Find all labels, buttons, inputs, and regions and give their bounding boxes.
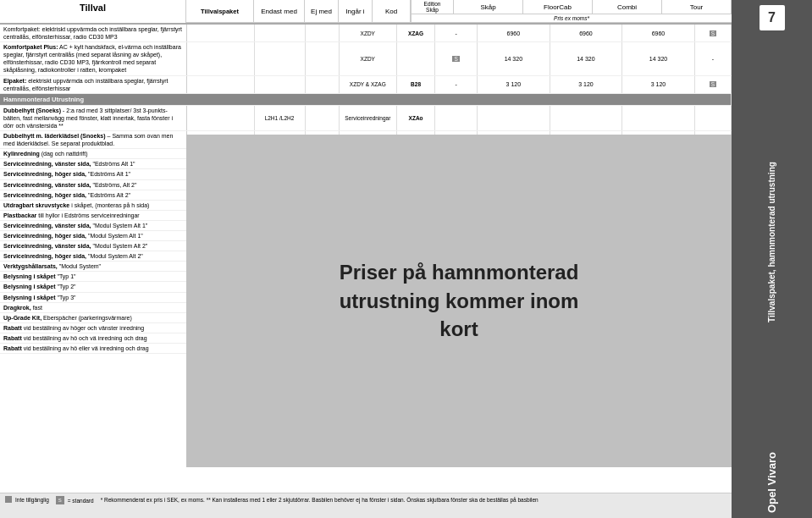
table-row: Elpaket: elektriskt uppvärmda och instäl… xyxy=(0,75,732,93)
page-number: 7 xyxy=(760,5,785,30)
legend-not-available: Inte tillgänglig xyxy=(5,496,49,503)
combi-header: Combi xyxy=(593,0,662,14)
price-header-block: Edition Skåp Skåp FloorCab Combi Tour Pr… xyxy=(411,0,732,22)
tillvalspaket-header: Tillvalspaket xyxy=(186,0,254,22)
skåp-header: Skåp xyxy=(454,0,523,14)
table-row: Dubbelhytt (Snoeks) - 2:a rad med 3 sitt… xyxy=(0,105,732,130)
right-sidebar: 7 Tillvalspaket, hamnmonterad utrustning… xyxy=(732,0,812,518)
ej-med-header: Ej med xyxy=(305,0,339,22)
ingar-i-header: Ingår i xyxy=(339,0,373,22)
footer-notes: * Rekommenderat ex pris i SEK, ex moms. … xyxy=(101,496,539,504)
overlay-text: Priser på hamnmonterad utrustning kommer… xyxy=(340,258,579,344)
table-row: Komfortpaket: elektriskt uppvärmda och i… xyxy=(0,25,732,42)
sidebar-brand: Opel Vivaro xyxy=(765,447,778,513)
table-row: Komfortpaket Plus: AC + kylt handskfack,… xyxy=(0,42,732,75)
col-labels-row: Tillvalspaket Endast med Ej med Ingår i … xyxy=(186,0,732,23)
tillval-title: Tillval xyxy=(0,0,186,23)
main-content: Tillval Tillvalspaket Endast med Ej med … xyxy=(0,0,732,518)
content-area: Komfortpaket: elektriskt uppvärmda och i… xyxy=(0,25,732,493)
s-legend-box: S xyxy=(56,496,64,504)
price-overlay: Priser på hamnmonterad utrustning kommer… xyxy=(186,135,732,467)
tour-header: Tour xyxy=(662,0,732,14)
price-top-labels: Edition Skåp Skåp FloorCab Combi Tour xyxy=(412,0,732,14)
sidebar-main-text: Tillvalspaket, hamnmonterad utrustning xyxy=(767,37,777,447)
floorcab-header: FloorCab xyxy=(523,0,593,14)
edition-skåp-header: Edition Skåp xyxy=(412,0,454,14)
pris-ex-moms-label: Pris ex moms* xyxy=(412,14,732,22)
endast-med-header: Endast med xyxy=(254,0,305,22)
columns-area: Tillvalspaket Endast med Ej med Ingår i … xyxy=(186,0,732,23)
table-row: Hamnmonterad Utrustning xyxy=(0,93,732,105)
legend-standard: S = standard xyxy=(56,496,94,504)
footer: Inte tillgänglig S = standard * Rekommen… xyxy=(0,493,732,518)
header-area: Tillval Tillvalspaket Endast med Ej med … xyxy=(0,0,732,25)
kod-header: Kod xyxy=(373,0,411,22)
skåp-floorcab-combi-tour-headers: Skåp FloorCab Combi Tour xyxy=(454,0,732,14)
